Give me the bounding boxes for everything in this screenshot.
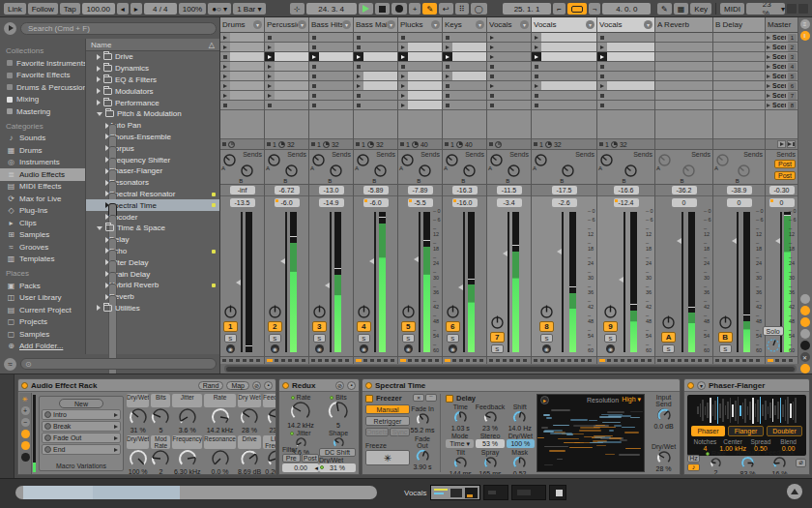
pan-knob[interactable] (661, 315, 676, 330)
browser-item-eq-filters[interactable]: EQ & Filters (86, 75, 219, 86)
redux-rate-value[interactable]: 14.2 kHz (281, 422, 320, 429)
browser-item-corpus[interactable]: Corpus (86, 142, 219, 154)
fader-handle[interactable] (369, 258, 374, 264)
track-fold-icon[interactable]: ▾ (476, 20, 484, 29)
clip-launch-button[interactable] (443, 101, 452, 109)
clip-launch-button[interactable] (265, 33, 275, 42)
track-activator-button[interactable]: 3 (312, 321, 327, 332)
phaser-feedback-value[interactable]: 16 % (764, 470, 796, 476)
arm-monitor-button[interactable]: ◉ (542, 344, 551, 353)
quantization-menu[interactable]: 1 Bar ▾ (233, 3, 265, 15)
clip-launch-button[interactable] (398, 52, 408, 61)
clip-slot[interactable] (443, 62, 486, 72)
tap-tempo-button[interactable]: Tap (60, 3, 80, 15)
fade-curve-icon[interactable]: ⌒ (425, 394, 437, 402)
track-fold-icon[interactable]: ▾ (586, 20, 594, 29)
phaser-activator-led[interactable] (687, 382, 694, 389)
clip-launch-button[interactable] (265, 81, 275, 90)
sidebar-item-templates[interactable]: ▥Templates (0, 254, 85, 266)
peak-value-box[interactable]: -7.89 (408, 186, 433, 194)
clip-launch-button[interactable] (354, 62, 363, 71)
clip-launch-button[interactable] (443, 91, 452, 100)
browser-item-drive[interactable]: Drive (86, 51, 219, 63)
fade-in-value[interactable]: 55.2 ms (409, 427, 436, 433)
rack-hotswap-icon[interactable]: ⊘ (252, 381, 261, 390)
fade-in-knob[interactable] (409, 412, 436, 427)
clip-slot[interactable] (487, 81, 531, 91)
clip-launch-button[interactable] (398, 81, 408, 90)
clip-slot[interactable] (398, 72, 442, 81)
key-map-button[interactable]: Key (690, 3, 711, 15)
delay-shift-value[interactable]: 14.0 Hz (505, 425, 535, 432)
loop-button[interactable] (567, 3, 587, 15)
track-activator-button[interactable]: 8 (539, 321, 554, 332)
clip-slot[interactable] (220, 33, 264, 43)
arrangement-position-field[interactable]: 24. 3. 4 (306, 3, 357, 15)
macro-count-button-b[interactable] (21, 441, 30, 450)
scene-slot-8[interactable]: Scene 88 (766, 101, 798, 110)
track-header-8[interactable]: Vocals▾ (532, 17, 596, 33)
clip-launch-button[interactable] (220, 72, 230, 80)
clip-launch-button[interactable] (265, 52, 275, 61)
clip-launch-button[interactable] (354, 43, 363, 51)
sidebar-item-samples[interactable]: ⊞Samples (0, 229, 85, 242)
loop-length-field[interactable]: 4. 0. 0 (602, 3, 651, 15)
clip-slot[interactable] (597, 43, 654, 52)
track-header-B[interactable]: B Delay (713, 17, 765, 33)
fader-value-box[interactable]: -13.5 (230, 198, 255, 207)
track-activator-button[interactable]: 9 (603, 321, 618, 332)
rate-sync-button[interactable]: ♪ (687, 463, 700, 471)
clip-slot[interactable] (597, 72, 654, 81)
browser-item-grain-delay[interactable]: Grain Delay (86, 268, 219, 280)
rate-hz-button[interactable]: Hz (687, 455, 700, 463)
clip-slot[interactable] (265, 72, 308, 81)
track-activator-button[interactable]: 4 (357, 321, 371, 332)
redux-title-bar[interactable]: Redux ⊘ ▪ (279, 379, 359, 392)
clip-slot[interactable] (443, 101, 486, 110)
clip-slot[interactable] (443, 43, 486, 52)
volume-fader[interactable] (419, 212, 420, 352)
sidebar-item-add-folder-[interactable]: ⊕Add Folder... (0, 341, 85, 353)
sidebar-item-user-library[interactable]: ◫User Library (0, 292, 85, 305)
preview-cue-knob[interactable] (766, 338, 781, 353)
browser-item-vocoder[interactable]: Vocoder (86, 211, 219, 223)
overdub-button[interactable]: + (409, 3, 421, 15)
browser-item-modulators[interactable]: Modulators (86, 85, 219, 97)
sidebar-item-plug-ins[interactable]: ◇Plug-Ins (0, 205, 85, 218)
clip-launch-button[interactable] (597, 91, 607, 100)
clip-slot[interactable] (354, 52, 397, 62)
solo-cue-button[interactable]: Solo (763, 326, 784, 336)
delay-mask-value[interactable]: 0.52 (505, 470, 535, 475)
track-activator-button[interactable]: 5 (401, 321, 416, 332)
new-variation-button[interactable]: New (59, 399, 103, 408)
browser-item-performance[interactable]: Performance (86, 97, 219, 108)
track-activator-button[interactable]: 7 (490, 332, 505, 343)
nudge-up-button[interactable]: ▸ (130, 3, 142, 15)
clip-launch-button[interactable] (443, 52, 452, 61)
clip-slot[interactable] (220, 81, 264, 91)
delay-time-knob[interactable] (446, 410, 476, 425)
clip-launch-button[interactable] (354, 33, 363, 42)
track-header-3[interactable]: Bass Hits▾ (309, 17, 353, 33)
clip-slot[interactable] (398, 43, 442, 52)
clip-slot[interactable] (398, 81, 442, 91)
phaser-amount-knob[interactable] (732, 456, 764, 470)
clip-launch-button[interactable] (309, 62, 319, 71)
clip-launch-button[interactable] (398, 72, 408, 80)
clip-slot[interactable] (713, 62, 765, 72)
show-track-delay-toggle[interactable] (800, 341, 810, 350)
redux-hotswap-icon[interactable]: ⊘ (335, 381, 344, 390)
computer-midi-keyboard-button[interactable]: ▦ (674, 3, 689, 15)
mode-button-doubler[interactable]: Doubler (767, 426, 802, 436)
clip-slot[interactable] (597, 62, 654, 72)
clip-slot[interactable] (713, 33, 765, 43)
clip-slot[interactable] (532, 81, 596, 91)
clip-launch-button[interactable] (265, 72, 275, 80)
sidebar-item-mastering[interactable]: Mastering (0, 105, 85, 118)
fader-value-box[interactable]: 0 (727, 198, 752, 207)
phaser-feedback-knob[interactable] (764, 456, 796, 470)
clip-launch-button[interactable] (309, 101, 319, 109)
clip-launch-button[interactable] (597, 43, 607, 51)
delay-feedback-value[interactable]: 23 % (476, 425, 506, 432)
clip-slot[interactable] (309, 72, 353, 81)
